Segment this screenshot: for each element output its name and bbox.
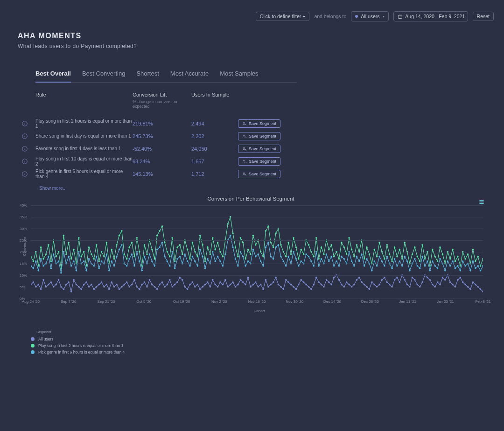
svg-point-31 [80,288,82,290]
date-range-picker[interactable]: Aug 14, 2020 - Feb 9, 2021 [393,11,468,21]
info-icon[interactable] [21,171,28,177]
show-more-link[interactable]: Show more... [39,186,297,191]
svg-rect-0 [398,15,402,18]
svg-point-198 [48,244,49,246]
chart-container: Conversion Per Behavioral Segment Conver… [14,196,488,356]
svg-point-141 [358,277,360,278]
svg-point-334 [391,260,393,262]
define-filter-button[interactable]: Click to define filter + [256,12,310,21]
svg-point-320 [356,244,358,246]
col-lift-sub: % change in conversion expected [133,99,191,109]
svg-point-347 [424,258,426,260]
svg-point-434 [189,265,191,267]
svg-point-433 [187,260,189,262]
save-segment-button[interactable]: Save Segment [238,119,280,128]
save-segment-button[interactable]: Save Segment [238,132,280,140]
svg-point-68 [174,284,176,285]
svg-point-506 [371,270,373,271]
svg-point-214 [88,246,90,248]
tab-best-converting[interactable]: Best Converting [82,70,126,82]
svg-point-140 [356,279,358,281]
svg-point-22 [58,279,60,281]
cell-lift: 219.81% [133,121,191,126]
save-segment-button[interactable]: Save Segment [238,170,280,178]
svg-point-187 [475,284,476,285]
svg-point-36 [93,288,95,290]
svg-point-223 [111,249,112,250]
svg-point-529 [429,270,431,271]
svg-point-540 [457,265,459,267]
svg-point-45 [116,284,118,285]
svg-point-436 [194,260,196,262]
svg-point-177 [449,281,451,283]
svg-point-15 [40,288,42,290]
info-icon[interactable] [21,146,28,152]
svg-point-368 [477,256,479,257]
svg-point-401 [106,253,108,255]
legend-item[interactable]: Pick genre in first 6 hours is equal or … [31,350,488,355]
tab-most-accurate[interactable]: Most Accurate [170,70,209,82]
legend-item[interactable]: Play song in first 2 hours is equal or m… [31,343,488,348]
svg-point-541 [459,270,461,271]
svg-point-249 [176,246,178,248]
svg-point-422 [159,246,161,248]
svg-point-503 [364,265,365,267]
svg-point-242 [159,230,161,232]
svg-point-327 [373,249,375,250]
svg-point-10 [244,173,245,174]
svg-point-139 [353,284,355,285]
save-segment-button[interactable]: Save Segment [238,145,280,153]
legend-item[interactable]: All users [31,337,488,341]
svg-point-18 [48,284,49,285]
svg-point-516 [396,265,398,267]
svg-point-435 [192,256,194,257]
svg-point-104 [265,279,267,281]
svg-point-117 [298,284,300,285]
y-tick: 30% [20,227,27,231]
svg-point-169 [429,279,431,281]
svg-point-124 [315,277,317,278]
svg-point-469 [278,244,280,246]
svg-point-403 [111,260,112,262]
info-icon[interactable] [21,158,28,165]
col-users: Users In Sample [191,92,238,109]
svg-point-173 [439,284,441,285]
svg-point-430 [179,256,181,257]
svg-point-279 [252,235,254,236]
svg-point-142 [361,281,363,283]
svg-point-43 [111,281,112,283]
cell-rule: Play song in first 10 days is equal or m… [35,156,133,167]
svg-point-459 [252,249,254,250]
svg-point-113 [287,281,289,283]
svg-point-58 [149,279,151,281]
svg-point-354 [442,253,444,255]
svg-point-517 [399,260,401,262]
legend-swatch [31,350,35,354]
svg-point-232 [133,256,135,257]
tab-most-samples[interactable]: Most Samples [220,70,258,82]
info-icon[interactable] [21,133,28,139]
svg-point-309 [328,249,330,250]
svg-point-331 [384,258,385,260]
svg-point-229 [126,258,128,260]
info-icon[interactable] [21,120,28,127]
save-segment-button[interactable]: Save Segment [238,157,280,166]
svg-point-342 [412,253,413,255]
segment-dropdown[interactable]: All users ▾ [351,11,388,21]
svg-point-510 [381,260,383,262]
svg-point-19 [50,281,52,283]
tab-shortest[interactable]: Shortest [136,70,159,82]
svg-point-508 [376,265,378,267]
svg-point-153 [389,284,391,285]
svg-point-226 [119,235,120,236]
svg-point-149 [378,284,380,285]
cell-lift: 245.73% [133,133,191,139]
y-tick: 25% [20,238,27,243]
tab-best-overall[interactable]: Best Overall [35,70,71,83]
svg-point-288 [275,232,277,234]
svg-point-298 [300,249,302,250]
reset-button[interactable]: Reset [473,12,494,21]
svg-point-336 [396,256,398,257]
svg-point-520 [406,260,408,262]
svg-point-537 [449,265,451,267]
